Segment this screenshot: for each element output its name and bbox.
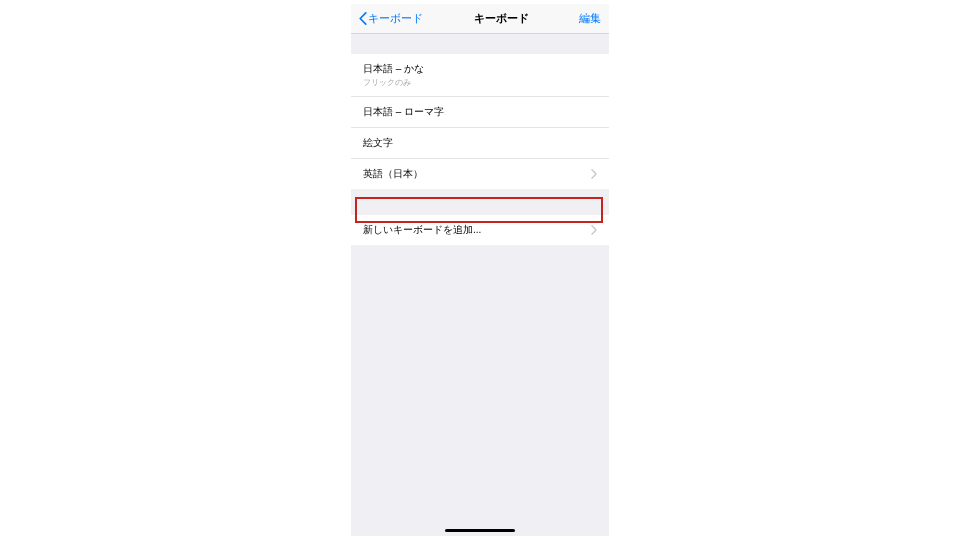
chevron-right-icon bbox=[591, 169, 597, 179]
row-content: 英語（日本） bbox=[363, 167, 423, 181]
row-content: 日本語 – ローマ字 bbox=[363, 105, 444, 119]
row-content: 絵文字 bbox=[363, 136, 393, 150]
home-indicator bbox=[445, 529, 515, 532]
keyboard-list: 日本語 – かな フリックのみ 日本語 – ローマ字 絵文字 英語（日本） bbox=[351, 54, 609, 189]
row-label: 日本語 – ローマ字 bbox=[363, 105, 444, 119]
back-button[interactable]: キーボード bbox=[359, 11, 423, 26]
keyboard-row-romaji[interactable]: 日本語 – ローマ字 bbox=[351, 97, 609, 128]
chevron-left-icon bbox=[359, 12, 367, 25]
add-keyboard-label: 新しいキーボードを追加... bbox=[363, 223, 481, 237]
page-title: キーボード bbox=[474, 11, 529, 26]
row-sublabel: フリックのみ bbox=[363, 77, 424, 88]
back-label: キーボード bbox=[368, 11, 423, 26]
phone-frame: キーボード キーボード 編集 日本語 – かな フリックのみ 日本語 – ローマ… bbox=[351, 4, 609, 536]
add-keyboard-row[interactable]: 新しいキーボードを追加... bbox=[351, 215, 609, 245]
row-content: 日本語 – かな フリックのみ bbox=[363, 62, 424, 88]
keyboard-row-english[interactable]: 英語（日本） bbox=[351, 159, 609, 189]
edit-button[interactable]: 編集 bbox=[579, 11, 601, 26]
nav-bar: キーボード キーボード 編集 bbox=[351, 4, 609, 34]
keyboard-row-kana[interactable]: 日本語 – かな フリックのみ bbox=[351, 54, 609, 97]
add-keyboard-group: 新しいキーボードを追加... bbox=[351, 215, 609, 245]
chevron-right-icon bbox=[591, 225, 597, 235]
section-spacer bbox=[351, 34, 609, 54]
keyboard-row-emoji[interactable]: 絵文字 bbox=[351, 128, 609, 159]
row-label: 英語（日本） bbox=[363, 167, 423, 181]
row-label: 日本語 – かな bbox=[363, 62, 424, 76]
section-spacer bbox=[351, 189, 609, 215]
row-label: 絵文字 bbox=[363, 136, 393, 150]
